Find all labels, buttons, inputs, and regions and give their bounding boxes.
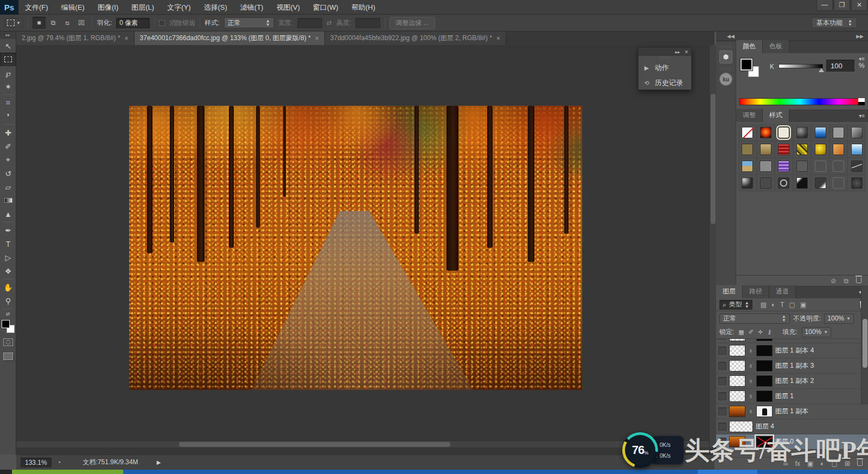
lasso-tool[interactable]: ℘ [0,66,16,80]
intersect-selection-mode[interactable]: 回 [75,17,88,29]
eraser-tool[interactable]: ▱ [0,180,16,194]
close-tab-icon[interactable]: × [496,35,500,42]
layer-mask-thumbnail[interactable] [756,390,773,402]
style-swatch[interactable] [757,158,775,175]
layer-thumbnail[interactable] [729,421,753,432]
clear-style-button[interactable]: ⊘ [831,277,836,285]
visibility-toggle[interactable] [718,362,726,370]
floating-panel-header[interactable]: ▸▸ ✕ [639,48,691,56]
panel-grip[interactable]: :::::::: [716,67,736,71]
lock-position-icon[interactable]: ✛ [758,329,763,336]
document-tab[interactable]: 2.jpg @ 79.4% (图层 1, RGB/8#) * × [16,31,135,45]
layer-thumbnail[interactable] [729,375,745,387]
panel-grip[interactable]: ::::::: [639,56,691,60]
spectrum-endcaps[interactable] [858,98,865,105]
history-panel-item[interactable]: ⟲ 历史记录 [639,75,691,91]
panel-tab[interactable]: 图层 [716,285,743,298]
blur-tool[interactable]: ▲ [0,207,16,221]
style-swatch[interactable] [847,158,866,175]
style-select[interactable]: 正常 ▲▼ [224,17,274,28]
visibility-toggle[interactable] [718,377,726,385]
close-button[interactable]: ✕ [851,0,867,11]
style-swatch[interactable] [775,175,793,191]
quick-mask-button[interactable] [3,338,13,346]
path-selection-tool[interactable]: ▷ [0,251,16,264]
layer-thumbnail[interactable] [729,339,745,341]
panel-tab[interactable]: 路径 [743,285,769,298]
k-value-field[interactable]: 100 [826,60,854,72]
close-tab-icon[interactable]: × [125,35,129,42]
gradient-tool[interactable] [0,194,16,207]
swap-dimensions-icon[interactable]: ⇄ [327,19,332,27]
hand-tool[interactable]: ✋ [0,280,16,294]
layer-row[interactable]: ∞ [716,339,868,343]
panel-grip[interactable]: :::::::: [716,44,736,48]
swap-colors-icon[interactable]: ⇄ [2,311,15,317]
layer-thumbnail[interactable] [729,390,745,402]
style-swatch[interactable] [738,124,757,141]
foreground-background-swatch[interactable] [2,320,15,333]
style-swatch[interactable] [811,124,829,141]
style-swatch[interactable] [793,175,812,191]
menu-item[interactable]: 选择(S) [197,0,233,15]
图层 1[interactable]: ∞ 图层 1 [716,389,868,404]
antialias-checkbox[interactable] [159,20,165,26]
visibility-toggle[interactable] [718,407,726,415]
feather-input[interactable]: 0 像素 [116,18,150,28]
filter-type-layers-icon[interactable]: T [780,301,784,309]
style-swatch[interactable] [738,141,757,158]
clone-stamp-tool[interactable]: ⌖ [0,153,16,166]
style-swatch[interactable] [811,158,829,175]
lock-all-icon[interactable]: ⚷ [767,329,771,336]
menu-item[interactable]: 文字(Y) [161,0,197,15]
collapse-dock-icon[interactable]: ▶▶ [856,34,864,39]
lock-pixels-icon[interactable]: ✐ [749,329,754,336]
close-icon[interactable]: ✕ [684,49,688,55]
color-spectrum-ramp[interactable] [739,98,860,105]
rectangular-marquee-tool[interactable] [0,53,16,66]
layer-thumbnail[interactable] [729,360,745,371]
panel-tab[interactable]: 调整 [736,109,763,122]
layer-thumbnail[interactable] [729,406,745,417]
layers-scrollbar[interactable] [861,286,868,405]
style-swatch[interactable] [829,124,848,141]
status-menu-arrow[interactable]: ▶ [157,459,161,465]
close-tab-icon[interactable]: × [315,35,319,42]
foreground-color[interactable] [741,59,752,71]
图层 1 副本 4[interactable]: ∞ 图层 1 副本 4 [716,343,868,358]
foreground-background-swatch[interactable] [741,59,759,77]
lock-transparency-icon[interactable]: ▦ [738,329,744,336]
layer-mask-thumbnail[interactable] [756,360,773,371]
style-swatch[interactable] [829,141,848,158]
kuler-panel-icon[interactable]: ku [719,73,732,86]
restore-button[interactable]: ❐ [834,0,850,11]
layer-mask-thumbnail[interactable] [756,375,773,387]
new-style-button[interactable]: ⧉ [844,277,848,285]
panel-tab[interactable]: 颜色 [736,40,763,53]
menu-item[interactable]: 编辑(E) [55,0,91,15]
layer-mask-thumbnail[interactable] [756,345,773,356]
style-swatch[interactable] [847,124,866,141]
menu-item[interactable]: 帮助(H) [345,0,382,15]
图层 1 副本 2[interactable]: ∞ 图层 1 副本 2 [716,374,868,389]
collapse-dock-icon[interactable]: ◀◀ [727,34,735,39]
menu-item[interactable]: 视图(V) [270,0,306,15]
visibility-toggle[interactable] [718,422,726,431]
style-swatch[interactable] [738,158,757,175]
vertical-scrollbar[interactable] [709,45,716,447]
screen-mode-button[interactable] [3,353,13,360]
style-swatch[interactable] [829,158,848,175]
canvas-area[interactable] [16,45,716,454]
k-channel-slider[interactable] [778,64,823,68]
panel-tab[interactable]: 色板 [763,40,789,53]
magic-wand-tool[interactable]: ✶ [0,80,16,93]
style-swatch[interactable] [757,124,775,141]
zoom-tool[interactable]: ⚲ [0,294,16,308]
图层 1 副本 3[interactable]: ∞ 图层 1 副本 3 [716,358,868,374]
slider-thumb[interactable] [819,68,824,72]
pen-tool[interactable]: ✒ [0,223,16,237]
layer-mask-thumbnail[interactable] [756,406,773,417]
filter-type-select[interactable]: ⌕ 类型 ▲▼ [719,300,752,310]
width-input[interactable] [297,18,322,28]
filter-smart-objects-icon[interactable]: ▣ [800,301,806,309]
